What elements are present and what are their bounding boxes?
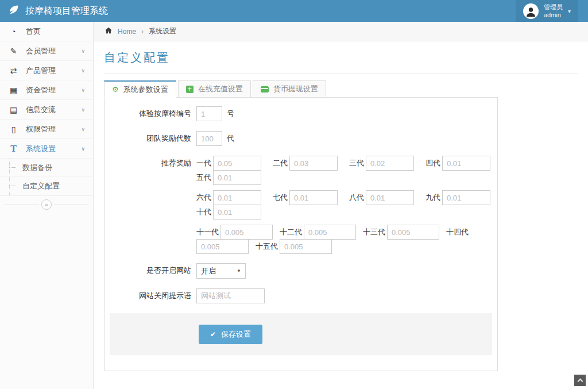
sidebar-item-home[interactable]: ◔ 首页: [0, 22, 93, 41]
tree-line: [9, 177, 10, 195]
home-icon: [105, 26, 113, 36]
generation-label: 三代: [349, 158, 364, 168]
team-reward-unit: 代: [227, 131, 234, 146]
website-switch-select[interactable]: 开启: [196, 263, 246, 279]
back-to-top-button[interactable]: [574, 375, 586, 386]
user-menu[interactable]: 管理员 admin ▾: [516, 0, 578, 22]
tab-bar: ⚙ 系统参数设置 + 在线充值设置 货币提现设置: [104, 80, 578, 98]
generation-13-input[interactable]: [387, 225, 439, 240]
generation-3-input[interactable]: [366, 156, 414, 171]
tab-currency-withdraw[interactable]: 货币提现设置: [253, 80, 326, 98]
chair-number-input[interactable]: [196, 106, 222, 121]
tree-dash: [9, 186, 16, 186]
generation-8-input[interactable]: [366, 190, 414, 205]
tree-dash: [9, 167, 16, 168]
breadcrumb: Home › 系统设置: [94, 22, 588, 41]
text-icon: T: [9, 144, 18, 154]
main-area: Home › 系统设置 自定义配置 ⚙ 系统参数设置 + 在线充值设置 货币提现…: [94, 22, 588, 389]
generation-6-input[interactable]: [213, 190, 261, 205]
sidebar-subitem-data-backup[interactable]: 数据备份: [0, 159, 93, 177]
sidebar-item-permissions[interactable]: ▯ 权限管理 ∨: [0, 120, 93, 139]
file-icon: ▯: [9, 125, 18, 134]
generation-9-input[interactable]: [442, 190, 490, 205]
generation-label: 九代: [425, 192, 440, 203]
chevron-down-icon: ∨: [81, 146, 85, 152]
caret-down-icon: ▾: [568, 8, 571, 14]
chevron-down-icon: ∨: [81, 87, 85, 93]
sidebar-item-funds[interactable]: ▦ 资金管理 ∨: [0, 80, 93, 100]
leaf-icon: [8, 4, 20, 18]
breadcrumb-current: 系统设置: [149, 26, 176, 36]
sidebar-item-messages[interactable]: ▤ 信息交流 ∨: [0, 100, 93, 120]
generation-5-input[interactable]: [213, 170, 261, 185]
breadcrumb-home-link[interactable]: Home: [118, 28, 136, 36]
generation-7-input[interactable]: [289, 190, 338, 205]
sidebar: ◔ 首页 ✎ 会员管理 ∨ ⇄ 产品管理 ∨ ▦ 资金管理 ∨ ▤ 信息交流 ∨…: [0, 22, 94, 389]
generation-label: 十二代: [280, 227, 302, 237]
generation-label: 一代: [196, 158, 211, 168]
team-reward-input[interactable]: [196, 131, 222, 146]
plus-square-icon: +: [186, 86, 194, 93]
generation-label: 六代: [196, 192, 211, 203]
chair-number-unit: 号: [227, 106, 234, 121]
generation-11-input[interactable]: [220, 225, 273, 240]
check-icon: ✔: [210, 330, 216, 338]
chevron-down-icon: ∨: [81, 126, 85, 132]
chevron-up-icon: [577, 379, 583, 384]
generation-label: 十一代: [196, 227, 219, 237]
chair-number-label: 体验按摩椅编号: [105, 106, 196, 121]
sidebar-collapse-button[interactable]: «: [41, 199, 52, 210]
generation-label: 四代: [425, 158, 440, 168]
generation-4-input[interactable]: [442, 156, 490, 171]
generation-10-input[interactable]: [213, 205, 261, 219]
sidebar-item-system-settings[interactable]: T 系统设置 ∨: [0, 139, 93, 159]
calendar-icon: ▦: [9, 86, 18, 95]
generation-14-input[interactable]: [196, 239, 249, 254]
tab-online-recharge[interactable]: + 在线充值设置: [178, 80, 251, 98]
user-name: admin: [544, 11, 563, 19]
generation-label: 十五代: [256, 241, 278, 252]
tab-system-params[interactable]: ⚙ 系统参数设置: [104, 80, 176, 98]
user-role: 管理员: [544, 3, 563, 11]
page-title: 自定义配置: [104, 50, 578, 66]
edit-icon: ✎: [9, 47, 18, 56]
shuffle-icon: ⇄: [9, 66, 18, 75]
breadcrumb-separator: ›: [141, 28, 144, 36]
title-divider: [104, 73, 578, 74]
chevron-down-icon: ∨: [81, 48, 85, 54]
generation-12-input[interactable]: [304, 225, 356, 240]
generation-label: 十代: [196, 207, 211, 217]
generation-label: 二代: [273, 158, 288, 168]
list-icon: ▤: [9, 105, 18, 114]
generation-15-input[interactable]: [280, 239, 332, 254]
save-settings-button[interactable]: ✔ 保存设置: [199, 325, 262, 344]
generation-label: 八代: [349, 192, 364, 203]
user-avatar: [523, 3, 539, 19]
close-message-label: 网站关闭提示语: [105, 288, 196, 303]
generation-label: 七代: [273, 192, 288, 203]
generation-1-input[interactable]: [213, 156, 261, 171]
app-title: 按摩椅项目管理系统: [25, 5, 108, 17]
system-settings-submenu: 数据备份 自定义配置: [0, 159, 93, 196]
credit-card-icon: [261, 86, 269, 93]
settings-panel: 体验按摩椅编号 号 团队奖励代数 代 推荐奖励 一代: [104, 97, 498, 371]
chevron-down-icon: ∨: [81, 68, 85, 74]
sidebar-item-members[interactable]: ✎ 会员管理 ∨: [0, 41, 93, 61]
team-reward-label: 团队奖励代数: [105, 131, 196, 146]
gears-icon: ⚙: [112, 85, 119, 94]
app-header: 按摩椅项目管理系统 管理员 admin ▾: [0, 0, 588, 22]
close-message-input[interactable]: [196, 288, 265, 303]
dashboard-icon: ◔: [9, 27, 18, 36]
sidebar-collapse-row: «: [0, 196, 93, 213]
generation-label: 十三代: [363, 227, 385, 237]
sidebar-item-products[interactable]: ⇄ 产品管理 ∨: [0, 61, 93, 80]
app-logo: 按摩椅项目管理系统: [0, 0, 108, 22]
website-switch-label: 是否开启网站: [105, 263, 196, 279]
generation-2-input[interactable]: [289, 156, 338, 171]
reward-label: 推荐奖励: [105, 156, 196, 185]
generation-label: 十四代: [446, 227, 469, 237]
chevron-down-icon: ∨: [81, 107, 85, 113]
form-actions-bar: ✔ 保存设置: [110, 313, 492, 355]
sidebar-subitem-custom-config[interactable]: 自定义配置: [0, 177, 93, 195]
tree-line: [9, 159, 10, 176]
